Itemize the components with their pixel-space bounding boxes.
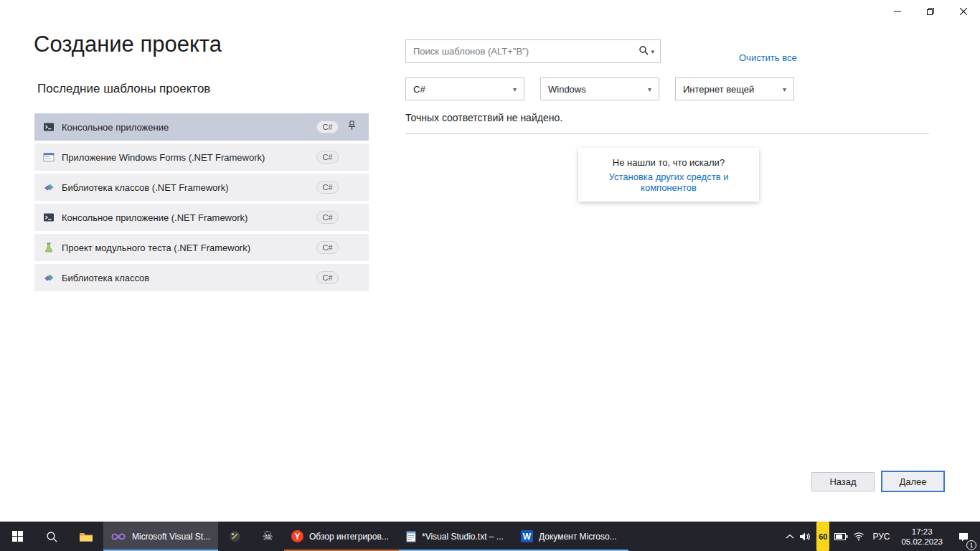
battery-percent-badge[interactable]: 60	[816, 522, 829, 551]
language-badge: C#	[316, 271, 339, 284]
project-type-filter-dropdown[interactable]: Интернет вещей ▾	[675, 77, 794, 100]
input-language-indicator[interactable]: РУС	[870, 522, 892, 551]
tray-date: 05.02.2023	[901, 537, 943, 547]
template-item-console-app-netfw[interactable]: Консольное приложение (.NET Framework) C…	[34, 204, 369, 231]
battery-button[interactable]	[834, 522, 848, 551]
utility-app-icon	[229, 530, 241, 542]
yandex-browser-icon: Y	[291, 530, 303, 542]
language-filter-dropdown[interactable]: C# ▾	[405, 77, 524, 100]
chevron-down-icon: ▾	[648, 85, 651, 93]
template-item-console-app[interactable]: Консольное приложение C#	[34, 113, 369, 141]
wifi-icon	[853, 532, 864, 541]
template-name: Консольное приложение (.NET Framework)	[62, 212, 316, 223]
template-name: Приложение Windows Forms (.NET Framework…	[62, 152, 316, 163]
class-library-icon	[43, 272, 55, 283]
results-divider	[405, 133, 929, 134]
volume-button[interactable]	[799, 522, 811, 551]
platform-filter-dropdown[interactable]: Windows ▾	[540, 77, 659, 100]
taskbar-search-button[interactable]	[34, 522, 69, 551]
taskbar-app-yandex-browser[interactable]: Y Обзор интегриров...	[284, 522, 399, 551]
create-project-dialog: Создание проекта Последние шаблоны проек…	[0, 0, 980, 522]
search-icon[interactable]	[639, 45, 649, 58]
taskbar-app-utility[interactable]	[218, 522, 251, 551]
install-tools-link[interactable]: Установка других средств и компонентов	[585, 171, 752, 193]
template-search: ▾	[405, 39, 661, 63]
notification-count-badge: 1	[966, 540, 976, 550]
start-button[interactable]	[0, 522, 34, 551]
pin-icon[interactable]	[348, 121, 356, 133]
recent-templates-list: Консольное приложение C# Приложение Wind…	[34, 113, 369, 294]
language-badge: C#	[316, 151, 339, 164]
template-name: Консольное приложение	[62, 122, 316, 133]
language-badge: C#	[316, 121, 339, 133]
template-name: Библиотека классов (.NET Framework)	[62, 182, 316, 193]
search-dropdown-caret-icon[interactable]: ▾	[651, 48, 654, 55]
not-found-card: Не нашли то, что искали? Установка други…	[578, 148, 759, 202]
taskbar-app-label: Обзор интегриров...	[309, 532, 389, 542]
minimize-icon	[894, 8, 901, 15]
restore-icon	[927, 8, 934, 15]
recent-templates-heading: Последние шаблоны проектов	[37, 82, 210, 96]
chevron-down-icon: ▾	[783, 85, 786, 93]
system-tray: 60 РУС 17:23 05.02.2023 1	[786, 522, 980, 551]
template-name: Библиотека классов	[62, 273, 316, 283]
speaker-icon	[799, 532, 811, 542]
tray-overflow-button[interactable]	[786, 522, 794, 551]
close-button[interactable]	[947, 0, 980, 22]
battery-icon	[834, 533, 848, 540]
taskbar-clock[interactable]: 17:23 05.02.2023	[897, 527, 946, 547]
taskbar-app-label: Microsoft Visual St...	[132, 532, 210, 542]
word-icon: W	[521, 530, 533, 542]
winforms-icon	[43, 151, 55, 163]
template-item-class-library-netfw[interactable]: Библиотека классов (.NET Framework) C#	[34, 174, 369, 201]
tray-time: 17:23	[901, 527, 943, 537]
language-badge: C#	[316, 211, 339, 224]
class-library-icon	[43, 182, 55, 193]
action-center-icon	[958, 531, 969, 542]
language-filter-value: C#	[413, 84, 425, 95]
taskbar-app-label: Документ Microso...	[539, 532, 617, 542]
window-controls	[881, 0, 980, 22]
search-icon	[46, 531, 57, 542]
search-input[interactable]	[406, 46, 639, 57]
template-item-winforms-app[interactable]: Приложение Windows Forms (.NET Framework…	[34, 143, 369, 171]
taskbar-app-notepad[interactable]: *Visual Studio.txt – ...	[399, 522, 514, 551]
back-button[interactable]: Назад	[811, 472, 875, 491]
project-type-filter-value: Интернет вещей	[683, 84, 754, 95]
taskbar-app-word[interactable]: W Документ Microso...	[514, 522, 628, 551]
taskbar-app-label: *Visual Studio.txt – ...	[422, 532, 504, 542]
platform-filter-value: Windows	[548, 84, 586, 95]
chevron-down-icon: ▾	[513, 85, 517, 93]
next-button[interactable]: Далее	[881, 471, 945, 492]
clear-all-link[interactable]: Очистить все	[739, 52, 797, 63]
notepad-icon	[406, 530, 416, 542]
minimize-button[interactable]	[881, 0, 914, 22]
windows-logo-icon	[12, 531, 23, 542]
template-item-class-library[interactable]: Библиотека классов C#	[34, 264, 369, 291]
language-badge: C#	[316, 241, 339, 254]
template-item-unit-test-netfw[interactable]: Проект модульного теста (.NET Framework)…	[34, 234, 369, 261]
visual-studio-icon	[110, 531, 126, 542]
console-app-icon	[43, 212, 55, 223]
taskbar-app-game[interactable]: ☠	[251, 522, 284, 551]
chevron-up-icon	[786, 534, 794, 540]
not-found-title: Не нашли то, что искали?	[585, 157, 752, 168]
action-center-button[interactable]: 1	[951, 522, 976, 551]
file-explorer-button[interactable]	[69, 522, 103, 551]
no-matches-message: Точных соответствий не найдено.	[405, 112, 562, 123]
page-title: Создание проекта	[34, 32, 222, 57]
language-badge: C#	[316, 181, 339, 194]
console-app-icon	[43, 121, 55, 133]
unit-test-icon	[43, 242, 55, 253]
taskbar-app-visual-studio[interactable]: Microsoft Visual St...	[103, 522, 218, 551]
restore-button[interactable]	[914, 0, 947, 22]
template-name: Проект модульного теста (.NET Framework)	[62, 242, 316, 253]
folder-icon	[79, 531, 93, 542]
taskbar: Microsoft Visual St... ☠ Y Обзор интегри…	[0, 522, 980, 551]
close-icon	[960, 8, 967, 15]
skull-icon: ☠	[262, 529, 273, 544]
network-button[interactable]	[853, 522, 864, 551]
